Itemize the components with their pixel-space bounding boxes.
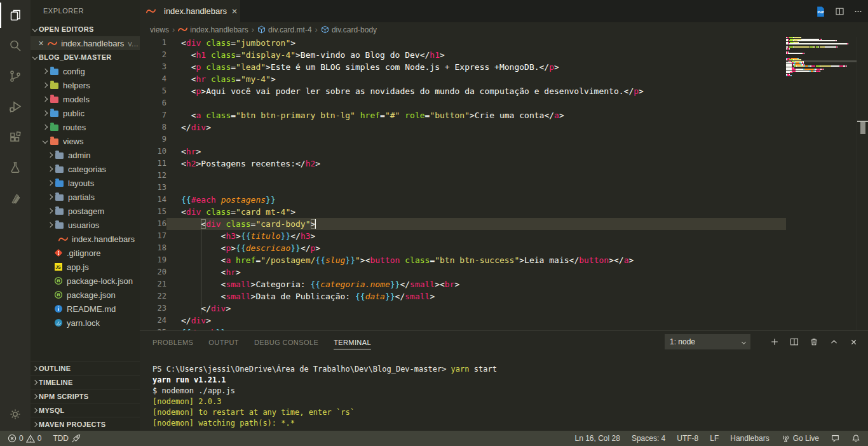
open-editors-header[interactable]: OPEN EDITORS [31,22,140,36]
kill-terminal-icon[interactable] [808,336,820,348]
code-line-21[interactable]: <small>Categoria: {{categoria.nome}}</sm… [181,278,786,290]
status-feedback[interactable] [829,431,841,446]
sidebar-section-mysql[interactable]: MYSQL [31,403,140,417]
panel-tab-terminal[interactable]: TERMINAL [334,335,371,349]
code-line-14[interactable]: {{#each postagens}} [181,194,786,206]
code-line-4[interactable]: <hr class="my-4"> [181,73,786,85]
activity-explorer-icon[interactable] [0,0,31,30]
tree-item-yarn-lock[interactable]: yarn.lock [31,316,140,330]
code-line-8[interactable]: </div> [181,121,786,133]
tree-item-app-js[interactable]: JSapp.js [31,260,140,274]
tree-item-index-handlebars[interactable]: index.handlebars [31,232,140,246]
tree-item-postagem[interactable]: postagem [31,204,140,218]
tree-item-config[interactable]: config [31,64,140,78]
activity-run-debug-icon[interactable] [0,91,31,122]
terminal-selector[interactable]: 1: node [665,334,750,349]
tab-index-handlebars[interactable]: index.handlebars ✕ [140,0,240,22]
code-token: div [186,207,201,217]
tree-item-helpers[interactable]: helpers [31,78,140,92]
tree-item--gitignore[interactable]: .gitignore [31,246,140,260]
tree-item-usuarios[interactable]: usuarios [31,218,140,232]
tree-item-readme-md[interactable]: README.md [31,302,140,316]
new-terminal-icon[interactable] [769,336,780,348]
php-server-icon[interactable]: PHP [815,6,826,17]
code-token: h1 [196,50,206,60]
code-token: Categoria: [255,280,310,289]
status-notifications[interactable] [850,431,862,446]
code-line-19[interactable]: <a href="/postagem/{{slug}}"><button cla… [181,254,786,266]
code-line-3[interactable]: <p class="lead">Este é um BLOG simples c… [181,61,786,73]
code-line-12[interactable] [181,170,786,182]
activity-extensions-icon[interactable] [0,122,31,152]
code-line-13[interactable] [181,182,786,194]
activity-manage-icon[interactable] [0,399,31,429]
close-icon[interactable]: ✕ [38,39,44,48]
code-line-9[interactable] [181,133,786,145]
close-icon[interactable]: ✕ [231,7,238,16]
code-line-22[interactable]: <small>Data de Publicação: {{data}}</sma… [181,290,786,302]
code-line-11[interactable]: <h2>Postagens recentes:</h2> [181,158,786,170]
sidebar-section-maven-projects[interactable]: MAVEN PROJECTS [31,417,140,431]
folder-icon [55,207,64,215]
code-line-2[interactable]: <h1 class="display-4">Bem-vindo ao Blog … [181,49,786,61]
tree-item-models[interactable]: models [31,92,140,106]
close-panel-icon[interactable] [848,336,859,348]
activity-bookmarks-icon[interactable] [0,183,31,213]
panel-tab-debug-console[interactable]: DEBUG CONSOLE [254,335,318,349]
sidebar-section-outline[interactable]: OUTLINE [31,361,140,375]
breadcrumb-item-div-card-body[interactable]: div.card-body [321,25,377,34]
more-actions-icon[interactable] [853,7,863,16]
terminal-output[interactable]: PS C:\Users\jessi\OneDrive\Área de Traba… [140,353,868,429]
tree-item-package-json[interactable]: package.json [31,288,140,302]
code-line-24[interactable]: </div> [181,314,786,327]
breadcrumb-separator: › [252,25,254,34]
panel-tab-problems[interactable]: PROBLEMS [153,335,193,349]
tree-item-categorias[interactable]: categorias [31,162,140,176]
sidebar-section-npm-scripts[interactable]: NPM SCRIPTS [31,389,140,403]
code-line-5[interactable]: <p>Aqui você vai poder ler sobre as novi… [181,85,786,97]
code-token: </ [614,255,624,265]
tree-item-package-lock-json[interactable]: package-lock.json [31,274,140,288]
status-cursor-position[interactable]: Ln 16, Col 28 [573,431,621,446]
status-tdd[interactable]: TDD [51,431,82,446]
section-label: OUTLINE [39,365,71,372]
split-terminal-icon[interactable] [789,336,800,348]
breadcrumb-item-views[interactable]: views [150,25,169,34]
code-line-6[interactable] [181,97,786,109]
tree-item-admin[interactable]: admin [31,148,140,162]
code-token: < [181,50,196,60]
code-line-15[interactable]: <div class="card mt-4"> [181,206,786,218]
activity-source-control-icon[interactable] [0,61,31,91]
code-line-18[interactable]: <p>{{descricao}}</p> [181,242,786,254]
code-line-23[interactable]: </div> [181,302,786,314]
open-editor-item[interactable]: ✕ index.handlebars v... [31,36,140,50]
breadcrumb-item-div-card-mt-4[interactable]: div.card.mt-4 [257,25,311,34]
tree-item-layouts[interactable]: layouts [31,176,140,190]
code-line-7[interactable]: <a class="btn btn-primary btn-lg" href="… [181,109,786,121]
status-language-mode[interactable]: Handlebars [729,431,770,446]
code-line-17[interactable]: <h3>{{titulo}}</h3> [181,230,786,242]
maximize-panel-icon[interactable] [828,336,839,348]
tree-item-partials[interactable]: partials [31,190,140,204]
status-go-live[interactable]: Go Live [780,431,820,446]
activity-test-icon[interactable] [0,152,31,183]
activity-search-icon[interactable] [0,30,31,61]
status-problems[interactable]: 00 [6,431,43,446]
tree-item-routes[interactable]: routes [31,120,140,134]
tree-item-views[interactable]: views [31,134,140,148]
breadcrumb-item-index-handlebars[interactable]: index.handlebars [178,25,248,34]
panel-tab-output[interactable]: OUTPUT [208,335,239,349]
code-line-16[interactable]: <div class="card-body"> [181,218,786,230]
workspace-header[interactable]: BLOG_DEV-MASTER [31,50,140,64]
tree-item-public[interactable]: public [31,106,140,120]
status-encoding[interactable]: UTF-8 [675,431,700,446]
code-line-1[interactable]: <div class="jumbotron"> [181,37,786,49]
folder-icon [50,67,59,76]
status-indentation[interactable]: Spaces: 4 [630,431,667,446]
status-eol[interactable]: LF [709,431,720,446]
code-line-10[interactable]: <hr> [181,145,786,158]
sidebar-section-timeline[interactable]: TIMELINE [31,375,140,389]
activity-top-items [0,0,31,213]
split-editor-icon[interactable] [835,7,844,16]
code-line-20[interactable]: <hr> [181,266,786,278]
